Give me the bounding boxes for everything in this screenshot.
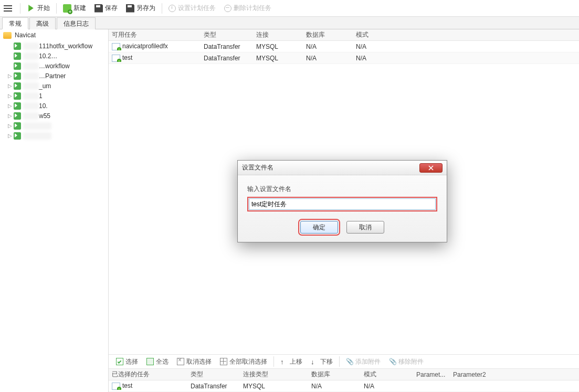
tab-advanced[interactable]: 高级 [29, 17, 56, 29]
expand-icon[interactable]: ▷ [7, 103, 13, 109]
grid-icon [220, 358, 227, 365]
task-icon [112, 55, 120, 62]
tree-connection-item[interactable]: ▷ xxxxx10. [0, 101, 108, 111]
col-type[interactable]: 类型 [201, 30, 253, 39]
deselect-button[interactable]: 取消选择 [173, 355, 216, 368]
col-task[interactable]: 可用任务 [109, 30, 201, 39]
deselect-all-button[interactable]: 全部取消选择 [216, 355, 271, 368]
arrow-up-icon [280, 358, 288, 365]
connection-label: xxxxx1 [23, 92, 43, 100]
tree-connection-item[interactable]: ▷ xxxxx_um [0, 81, 108, 91]
select-all-button[interactable]: 全选 [142, 355, 173, 368]
expand-icon[interactable]: ▷ [7, 133, 13, 139]
connection-icon [14, 92, 21, 100]
available-tasks-grid: 可用任务 类型 连接 数据库 模式 navicatprofiledfx Data… [109, 29, 579, 64]
sel-col-type[interactable]: 类型 [187, 370, 240, 379]
set-schedule-button[interactable]: 设置计划任务 [164, 1, 220, 16]
connection-icon [14, 122, 21, 130]
connection-icon [14, 102, 21, 110]
menu-icon[interactable] [2, 3, 14, 14]
select-button[interactable]: 选择 [112, 355, 142, 368]
main-toolbar: 开始 新建 保存 另存为 设置计划任务 删除计划任务 [0, 0, 579, 17]
dialog-close-button[interactable] [419, 163, 443, 173]
sel-col-db[interactable]: 数据库 [308, 370, 361, 379]
sel-col-conn[interactable]: 连接类型 [240, 370, 308, 379]
sel-col-p1[interactable]: Paramet... [413, 371, 450, 378]
add-attachment-button[interactable]: 📎添加附件 [342, 355, 385, 368]
tree-connection-item[interactable]: ▷ xxxxxxxxx [0, 131, 108, 141]
tree-connection-item[interactable]: xxxxx111hotfix_workflow [0, 41, 108, 51]
tree-connection-item[interactable]: xxxxx…workflow [0, 61, 108, 71]
remove-attachment-button[interactable]: 📎移除附件 [385, 355, 428, 368]
close-icon [428, 165, 434, 171]
root-label: Navicat [15, 31, 36, 39]
sel-col-p2[interactable]: Parameter2 [450, 371, 513, 378]
delete-schedule-button[interactable]: 删除计划任务 [220, 1, 276, 16]
delete-icon [224, 5, 231, 12]
tree-connection-item[interactable]: ▷ xxxxxxxxx [0, 121, 108, 131]
col-mode[interactable]: 模式 [353, 30, 416, 39]
tree-connection-item[interactable]: xxxxx10.2… [0, 51, 108, 61]
save-filename-dialog: 设置文件名 输入设置文件名 确定 取消 [237, 160, 447, 242]
col-conn[interactable]: 连接 [253, 30, 303, 39]
tab-log[interactable]: 信息日志 [57, 17, 96, 29]
move-down-button[interactable]: 下移 [307, 355, 337, 368]
delete-schedule-label: 删除计划任务 [234, 4, 271, 13]
task-icon [112, 383, 120, 390]
expand-icon[interactable]: ▷ [7, 113, 13, 119]
connection-label: xxxxx111hotfix_workflow [23, 43, 92, 50]
expand-icon[interactable]: ▷ [7, 73, 13, 79]
filename-input[interactable] [249, 198, 436, 210]
start-label: 开始 [37, 4, 50, 13]
expand-icon[interactable]: ▷ [7, 83, 13, 89]
task-icon [112, 43, 120, 50]
tree-connection-item[interactable]: ▷ xxxxx1 [0, 91, 108, 101]
dialog-label: 输入设置文件名 [247, 185, 437, 194]
connection-label: xxxxxxxxx [23, 122, 51, 130]
sel-col-task[interactable]: 已选择的任务 [109, 370, 187, 379]
dialog-ok-button[interactable]: 确定 [300, 221, 338, 234]
expand-icon[interactable]: ▷ [7, 123, 13, 129]
connection-icon [14, 82, 21, 90]
save-as-button[interactable]: 另存为 [122, 1, 160, 16]
tree-root[interactable]: Navicat [0, 29, 108, 41]
clock-icon [169, 5, 176, 12]
save-button[interactable]: 保存 [90, 1, 122, 16]
filename-input-highlight [247, 197, 437, 211]
folder-icon [3, 32, 12, 39]
start-button[interactable]: 开始 [23, 1, 54, 16]
tree-connection-item[interactable]: ▷ xxxxxw55 [0, 111, 108, 121]
tab-bar: 常规 高级 信息日志 [0, 17, 579, 29]
connection-icon [14, 112, 21, 120]
dialog-cancel-button[interactable]: 取消 [346, 221, 384, 234]
save-label: 保存 [105, 4, 118, 13]
connection-label: xxxxx10.2… [23, 52, 57, 60]
connection-label: xxxxx…Partner [23, 72, 66, 80]
dialog-title: 设置文件名 [242, 163, 419, 172]
attach-add-icon: 📎 [346, 358, 353, 365]
selected-task-row[interactable]: test DataTransferMYSQL N/AN/A [109, 380, 579, 392]
sel-col-mode[interactable]: 模式 [361, 370, 413, 379]
save-icon [94, 4, 103, 13]
move-up-button[interactable]: 上移 [276, 355, 307, 368]
new-button[interactable]: 新建 [59, 1, 90, 16]
tab-general[interactable]: 常规 [2, 17, 28, 29]
set-schedule-label: 设置计划任务 [178, 4, 216, 13]
connection-label: xxxxx10. [23, 102, 48, 110]
arrow-down-icon [311, 358, 318, 365]
attach-remove-icon: 📎 [389, 358, 396, 365]
tree-connection-item[interactable]: ▷ xxxxx…Partner [0, 71, 108, 81]
check-all-icon [146, 358, 154, 365]
available-task-row[interactable]: navicatprofiledfx DataTransferMYSQL N/AN… [109, 41, 579, 52]
save-as-icon [126, 4, 134, 13]
expand-icon[interactable]: ▷ [7, 93, 13, 99]
connection-label: xxxxx…workflow [23, 62, 70, 70]
check-icon [116, 358, 123, 365]
connection-icon [14, 132, 21, 140]
new-label: 新建 [73, 4, 86, 13]
uncheck-icon [177, 358, 184, 365]
col-db[interactable]: 数据库 [303, 30, 353, 39]
selected-tasks-grid: 已选择的任务 类型 连接类型 数据库 模式 Paramet... Paramet… [109, 369, 579, 392]
connection-tree: Navicat xxxxx111hotfix_workflow xxxxx10.… [0, 29, 109, 392]
available-task-row[interactable]: test DataTransferMYSQL N/AN/A [109, 52, 579, 64]
